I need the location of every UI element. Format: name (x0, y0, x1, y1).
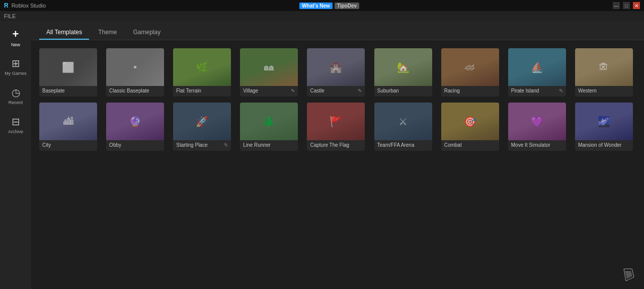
file-menu[interactable]: FILE (4, 13, 16, 19)
template-card-combat[interactable]: 🎯Combat (441, 103, 499, 151)
template-card-racing[interactable]: 🏎Racing (441, 48, 499, 97)
template-card-suburban[interactable]: 🏡Suburban (374, 48, 432, 97)
sidebar-item-new[interactable]: + New (2, 23, 30, 51)
template-card-western[interactable]: 🏚Western (575, 48, 633, 97)
sidebar-item-archive[interactable]: ⊟ Archive (2, 111, 30, 139)
titlebar: R Roblox Studio What's New TipoDev — □ ✕ (0, 0, 644, 11)
menubar: FILE (0, 11, 644, 21)
template-card-team-ffa-arena[interactable]: ⚔Team/FFA Arena (374, 103, 432, 151)
template-card-obby[interactable]: 🔮Obby (106, 103, 164, 151)
template-card-baseplate[interactable]: ⬜Baseplate (39, 48, 97, 97)
template-label-capture-the-flag: Capture The Flag (307, 140, 365, 151)
sidebar-item-label-archive: Archive (8, 129, 23, 134)
sidebar-item-recent[interactable]: ◷ Recent (2, 81, 30, 110)
template-edit-icon-starting-place[interactable]: ✎ (224, 142, 228, 148)
template-thumb-icon-flat-terrain: 🌿 (173, 48, 231, 86)
template-thumb-castle: 🏰 (307, 48, 365, 86)
template-name-mansion-of-wonder: Mansion of Wonder (578, 142, 622, 148)
close-button[interactable]: ✕ (633, 2, 640, 9)
template-card-starting-place[interactable]: 🚀Starting Place✎ (173, 103, 231, 151)
template-name-starting-place: Starting Place (176, 142, 207, 148)
template-thumb-western: 🏚 (575, 48, 633, 86)
template-thumb-racing: 🏎 (441, 48, 499, 86)
roblox-logo (620, 267, 636, 283)
template-card-line-runner[interactable]: 🌲Line Runner (240, 103, 298, 151)
tab-gameplay[interactable]: Gameplay (126, 26, 168, 40)
template-thumb-icon-combat: 🎯 (441, 103, 499, 140)
new-icon: + (13, 28, 19, 41)
template-area: ⬜Baseplate▪Classic Baseplate🌿Flat Terrai… (31, 40, 644, 289)
tab-all-templates[interactable]: All Templates (39, 26, 89, 40)
template-name-castle: Castle (310, 88, 324, 93)
template-label-pirate-island: Pirate Island✎ (508, 86, 566, 97)
template-name-flat-terrain: Flat Terrain (176, 88, 201, 93)
template-thumb-icon-racing: 🏎 (441, 48, 499, 86)
template-thumb-combat: 🎯 (441, 103, 499, 140)
maximize-button[interactable]: □ (623, 2, 630, 9)
template-label-team-ffa-arena: Team/FFA Arena (374, 140, 432, 151)
template-label-village: Village✎ (240, 86, 298, 97)
template-label-combat: Combat (441, 140, 499, 151)
template-thumb-icon-city: 🏙 (39, 103, 97, 140)
template-card-capture-the-flag[interactable]: 🚩Capture The Flag (307, 103, 365, 151)
template-thumb-suburban: 🏡 (374, 48, 432, 86)
sidebar-item-label-new: New (11, 42, 20, 47)
tipodev-badge[interactable]: TipoDev (335, 3, 359, 9)
titlebar-title: Roblox Studio (12, 3, 46, 9)
template-thumb-icon-mansion-of-wonder: 🌌 (575, 103, 633, 140)
template-card-mansion-of-wonder[interactable]: 🌌Mansion of Wonder (575, 103, 633, 151)
template-name-racing: Racing (444, 88, 460, 93)
template-name-suburban: Suburban (377, 88, 399, 93)
tab-theme[interactable]: Theme (91, 26, 124, 40)
template-edit-icon-pirate-island[interactable]: ✎ (559, 88, 563, 93)
template-label-castle: Castle✎ (307, 86, 365, 97)
template-card-castle[interactable]: 🏰Castle✎ (307, 48, 365, 97)
template-thumb-icon-castle: 🏰 (307, 48, 365, 86)
template-thumb-icon-baseplate: ⬜ (39, 48, 97, 86)
whats-new-badge[interactable]: What's New (299, 3, 333, 9)
minimize-button[interactable]: — (613, 2, 620, 9)
my-games-icon: ⊞ (12, 57, 20, 69)
template-thumb-icon-move-it-simulator: 💜 (508, 103, 566, 140)
template-edit-icon-castle[interactable]: ✎ (358, 88, 362, 93)
template-thumb-team-ffa-arena: ⚔ (374, 103, 432, 140)
template-name-move-it-simulator: Move It Simulator (511, 142, 550, 148)
template-label-western: Western (575, 86, 633, 97)
template-card-pirate-island[interactable]: ⛵Pirate Island✎ (508, 48, 566, 97)
titlebar-left: R Roblox Studio (4, 2, 46, 9)
template-label-starting-place: Starting Place✎ (173, 140, 231, 151)
template-card-city[interactable]: 🏙City (39, 103, 97, 151)
template-thumb-line-runner: 🌲 (240, 103, 298, 140)
sidebar-item-label-my-games: My Games (5, 71, 27, 76)
titlebar-controls: — □ ✕ (613, 2, 640, 9)
template-thumb-city: 🏙 (39, 103, 97, 140)
template-name-capture-the-flag: Capture The Flag (310, 142, 349, 148)
archive-icon: ⊟ (12, 116, 20, 128)
template-thumb-icon-obby: 🔮 (106, 103, 164, 140)
template-thumb-pirate-island: ⛵ (508, 48, 566, 86)
titlebar-badges: What's New TipoDev (299, 3, 359, 9)
main-layout: + New ⊞ My Games ◷ Recent ⊟ Archive All … (0, 21, 644, 289)
sidebar-item-my-games[interactable]: ⊞ My Games (2, 52, 30, 80)
template-name-village: Village (243, 88, 258, 93)
template-card-move-it-simulator[interactable]: 💜Move It Simulator (508, 103, 566, 151)
template-thumb-move-it-simulator: 💜 (508, 103, 566, 140)
template-name-obby: Obby (109, 142, 121, 148)
template-card-village[interactable]: 🏘Village✎ (240, 48, 298, 97)
template-card-flat-terrain[interactable]: 🌿Flat Terrain (173, 48, 231, 97)
template-thumb-mansion-of-wonder: 🌌 (575, 103, 633, 140)
template-thumb-icon-pirate-island: ⛵ (508, 48, 566, 86)
recent-icon: ◷ (12, 86, 20, 99)
template-thumb-icon-line-runner: 🌲 (240, 103, 298, 140)
template-name-line-runner: Line Runner (243, 142, 270, 148)
template-thumb-icon-suburban: 🏡 (374, 48, 432, 86)
template-thumb-icon-capture-the-flag: 🚩 (307, 103, 365, 140)
template-label-flat-terrain: Flat Terrain (173, 86, 231, 97)
template-edit-icon-village[interactable]: ✎ (291, 88, 295, 93)
template-thumb-starting-place: 🚀 (173, 103, 231, 140)
sidebar: + New ⊞ My Games ◷ Recent ⊟ Archive (0, 21, 31, 289)
content-area: All Templates Theme Gameplay ⬜Baseplate▪… (31, 21, 644, 289)
template-card-classic-baseplate[interactable]: ▪Classic Baseplate (106, 48, 164, 97)
template-thumb-flat-terrain: 🌿 (173, 48, 231, 86)
template-thumb-village: 🏘 (240, 48, 298, 86)
